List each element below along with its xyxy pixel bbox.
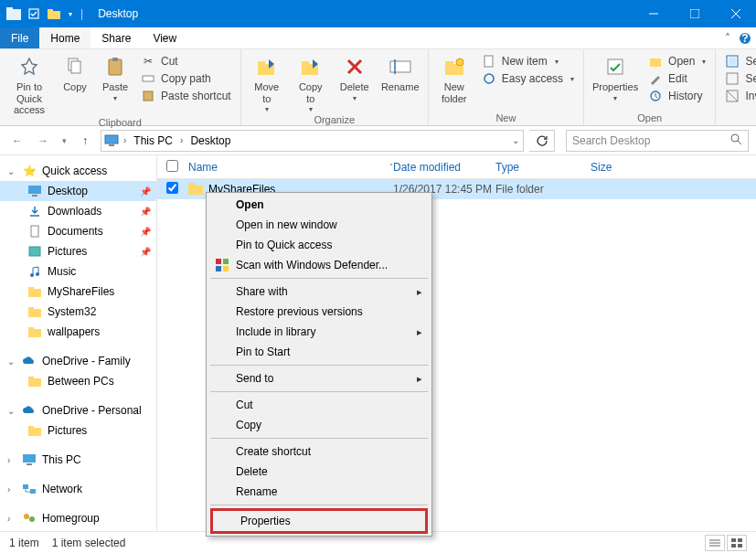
pin-to-quick-access-button[interactable]: Pin to Quick access [5, 51, 53, 116]
copy-button[interactable]: Copy [57, 51, 93, 93]
sidebar-item-between-pcs[interactable]: Between PCs [0, 371, 156, 391]
paste-shortcut-icon [141, 89, 155, 103]
chevron-down-icon[interactable]: ⌄ [7, 406, 16, 416]
history-button[interactable]: History [644, 88, 709, 104]
tab-home[interactable]: Home [39, 27, 91, 48]
nav-back-button[interactable]: ← [7, 131, 27, 151]
copy-path-button[interactable]: Copy path [137, 70, 235, 87]
copy-to-button[interactable]: Copy to ▾ [291, 51, 331, 113]
ctx-scan-defender[interactable]: Scan with Windows Defender... [208, 255, 430, 275]
breadcrumb-segment[interactable]: This PC [130, 134, 176, 147]
svg-rect-73 [738, 538, 742, 542]
svg-rect-74 [731, 544, 736, 548]
sidebar-item-music[interactable]: Music [0, 261, 156, 282]
easy-access-button[interactable]: Easy access▾ [478, 70, 578, 87]
svg-point-27 [456, 58, 463, 66]
chevron-right-icon[interactable]: › [7, 484, 16, 495]
cut-icon: ✂ [141, 54, 155, 69]
sidebar-item-pictures-od[interactable]: Pictures [0, 420, 156, 441]
ctx-send-to[interactable]: Send to▸ [208, 368, 430, 388]
rename-button[interactable]: Rename [378, 51, 422, 93]
invert-selection-button[interactable]: Invert selection [721, 88, 756, 104]
ctx-properties[interactable]: Properties [210, 508, 428, 534]
column-type[interactable]: Type [495, 161, 591, 174]
ctx-cut[interactable]: Cut [208, 395, 430, 415]
new-item-button[interactable]: New item▾ [478, 53, 578, 69]
sidebar-item-mysharefiles[interactable]: MyShareFiles [0, 282, 156, 302]
select-all-checkbox[interactable] [166, 160, 178, 172]
column-date[interactable]: Date modified [393, 161, 495, 174]
sidebar-onedrive-family[interactable]: ⌄OneDrive - Family [0, 351, 156, 371]
ctx-rename[interactable]: Rename [208, 482, 430, 502]
chevron-down-icon[interactable]: ⌄ [7, 356, 16, 367]
sidebar-homegroup[interactable]: ›Homegroup [0, 508, 156, 528]
properties-button[interactable]: Properties ▾ [590, 51, 641, 102]
chevron-right-icon[interactable]: › [7, 455, 16, 465]
svg-rect-20 [302, 61, 309, 65]
row-checkbox[interactable] [166, 182, 178, 194]
ctx-pin-quick-access[interactable]: Pin to Quick access [208, 235, 430, 255]
chevron-right-icon[interactable]: › [7, 514, 16, 524]
nav-forward-button[interactable]: → [33, 131, 53, 151]
breadcrumb-segment[interactable]: Desktop [186, 134, 234, 147]
menu-file[interactable]: File [0, 27, 39, 48]
ribbon-collapse-icon[interactable]: ˄ [721, 27, 734, 48]
column-size[interactable]: Size [591, 161, 645, 174]
edit-button[interactable]: Edit [644, 70, 709, 87]
ctx-copy[interactable]: Copy [208, 415, 430, 435]
ctx-restore-previous[interactable]: Restore previous versions [208, 302, 430, 322]
qat-properties-icon[interactable] [26, 5, 42, 22]
select-none-button[interactable]: Select none [721, 70, 756, 87]
ctx-share-with[interactable]: Share with▸ [208, 282, 430, 302]
sidebar-network[interactable]: ›Network [0, 479, 156, 499]
sidebar-item-documents[interactable]: Documents📌 [0, 221, 156, 241]
chevron-down-icon[interactable]: ⌄ [510, 135, 521, 145]
view-icons-button[interactable] [727, 535, 747, 551]
tab-view[interactable]: View [142, 27, 187, 48]
delete-button[interactable]: Delete ▾ [335, 51, 375, 102]
sidebar-onedrive-personal[interactable]: ⌄OneDrive - Personal [0, 400, 156, 420]
move-to-button[interactable]: Move to ▾ [247, 51, 287, 113]
tab-share[interactable]: Share [91, 27, 142, 48]
ctx-delete[interactable]: Delete [208, 462, 430, 482]
minimize-button[interactable] [633, 0, 674, 27]
sidebar-item-downloads[interactable]: Downloads📌 [0, 201, 156, 221]
svg-rect-18 [258, 61, 265, 65]
view-details-button[interactable] [705, 535, 725, 551]
search-input[interactable]: Search Desktop [566, 130, 749, 152]
select-all-icon [725, 54, 740, 69]
sidebar-quick-access[interactable]: ⌄⭐Quick access [0, 161, 156, 181]
open-button[interactable]: Open▾ [644, 53, 709, 69]
sidebar-item-system32[interactable]: System32 [0, 302, 156, 322]
sidebar-item-pictures[interactable]: Pictures📌 [0, 241, 156, 261]
paste-shortcut-button[interactable]: Paste shortcut [137, 88, 235, 104]
sidebar-item-desktop[interactable]: Desktop📌 [0, 181, 156, 201]
breadcrumb[interactable]: › This PC › Desktop ⌄ [101, 130, 524, 152]
svg-rect-50 [28, 307, 34, 310]
qat-newfolder-icon[interactable] [46, 5, 62, 22]
qat-dropdown-icon[interactable]: ▾ [66, 5, 75, 22]
paste-button[interactable]: Paste ▾ [97, 51, 133, 102]
ctx-create-shortcut[interactable]: Create shortcut [208, 441, 430, 462]
chevron-right-icon[interactable]: › [122, 135, 128, 145]
maximize-button[interactable] [674, 0, 715, 27]
nav-up-button[interactable]: ↑ [75, 131, 95, 151]
close-button[interactable] [715, 0, 756, 27]
sidebar-item-wallpapers[interactable]: wallpapers [0, 322, 156, 342]
column-name[interactable]: Name˄ [183, 161, 393, 174]
cut-button[interactable]: ✂Cut [137, 53, 235, 69]
new-folder-button[interactable]: New folder [434, 51, 474, 104]
nav-recent-button[interactable]: ▾ [59, 131, 69, 151]
refresh-button[interactable] [529, 130, 555, 152]
help-icon[interactable]: ? [734, 27, 756, 48]
chevron-right-icon[interactable]: › [178, 135, 185, 145]
ctx-include-library[interactable]: Include in library▸ [208, 322, 430, 342]
ctx-pin-start[interactable]: Pin to Start [208, 342, 430, 362]
sidebar-this-pc[interactable]: ›This PC [0, 450, 156, 470]
ctx-open[interactable]: Open [208, 195, 430, 215]
svg-rect-47 [28, 289, 41, 297]
select-all-button[interactable]: Select all [721, 53, 756, 69]
chevron-down-icon[interactable]: ⌄ [7, 166, 16, 176]
ctx-open-new-window[interactable]: Open in new window [208, 215, 430, 235]
svg-rect-59 [23, 484, 28, 489]
